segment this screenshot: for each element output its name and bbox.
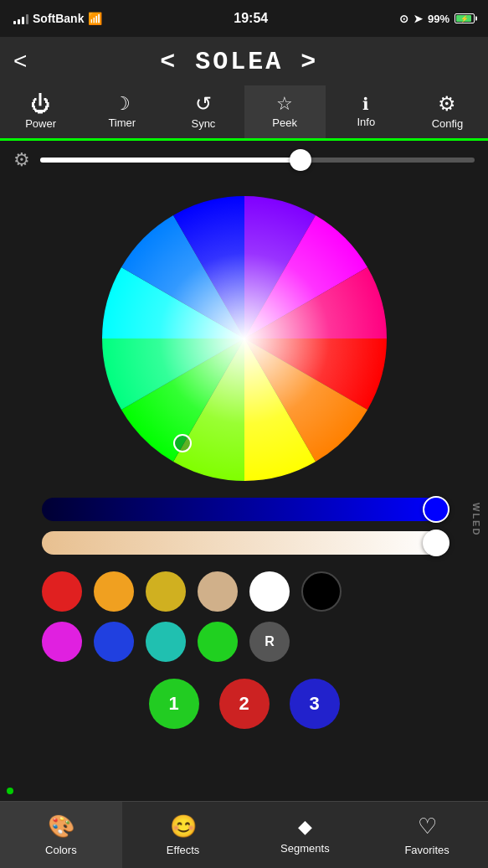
tab-sync-label: Sync (191, 117, 215, 130)
color-wheel-svg[interactable] (102, 196, 387, 481)
wled-label: WLED (471, 503, 481, 536)
timer-icon: ☽ (114, 95, 131, 113)
tab-peek-label: Peek (272, 116, 297, 129)
brightness-slider[interactable] (40, 158, 475, 163)
blue-slider-thumb[interactable] (423, 496, 449, 523)
status-right: ⊙ ➤ 99% ⚡ (399, 13, 475, 25)
brightness-row: ⚙ (0, 141, 488, 179)
tab-config[interactable]: ⚙ Config (407, 85, 488, 138)
bottom-nav: 🎨 Colors 😊 Effects ◆ Segments ♡ Favorite… (0, 801, 488, 868)
info-icon: ℹ (362, 96, 369, 112)
tab-config-label: Config (432, 117, 464, 130)
segments-icon: ◆ (298, 816, 312, 838)
back-button[interactable]: < (13, 49, 27, 73)
tab-timer-label: Timer (108, 116, 136, 129)
swatch-row-2: R (42, 622, 446, 662)
nav-tabs: ⏻ Power ☽ Timer ↺ Sync ☆ Peek ℹ Info ⚙ C… (0, 85, 488, 141)
favorites-label: Favorites (404, 844, 449, 856)
swatch-yellow[interactable] (146, 571, 186, 612)
color-button-2[interactable]: 2 (219, 679, 270, 729)
colors-label: Colors (45, 844, 77, 856)
app-header: < < SOLEA > (0, 37, 488, 85)
sync-icon: ↺ (195, 94, 212, 114)
battery-bolt-icon: ⚡ (460, 15, 469, 23)
carrier-label: SoftBank (33, 12, 84, 25)
swatch-teal[interactable] (146, 622, 186, 662)
color-picker-cursor[interactable] (173, 434, 192, 452)
swatch-white[interactable] (249, 571, 290, 612)
brightness-thumb[interactable] (290, 149, 311, 171)
swatches-section: R (0, 563, 488, 670)
status-left: SoftBank 📶 (13, 12, 102, 25)
swatch-blue[interactable] (94, 622, 134, 662)
tab-info[interactable]: ℹ Info (326, 85, 407, 138)
color-button-1[interactable]: 1 (149, 679, 199, 729)
white-slider[interactable] (42, 531, 446, 555)
favorites-icon: ♡ (418, 814, 437, 840)
battery-indicator: ⚡ (455, 13, 475, 23)
swatch-red[interactable] (42, 571, 82, 612)
battery-percent: 99% (428, 13, 449, 25)
signal-icon (13, 13, 28, 24)
tab-sync[interactable]: ↺ Sync (162, 85, 244, 138)
swatch-green[interactable] (198, 622, 238, 662)
color-button-3[interactable]: 3 (290, 679, 340, 729)
swatch-reset[interactable]: R (249, 622, 290, 662)
app-logo: < SOLEA > (37, 46, 441, 77)
swatch-black[interactable] (301, 571, 342, 612)
bottom-nav-effects[interactable]: 😊 Effects (122, 802, 244, 868)
status-bar: SoftBank 📶 19:54 ⊙ ➤ 99% ⚡ (0, 0, 488, 37)
config-icon: ⚙ (438, 94, 456, 114)
tab-timer[interactable]: ☽ Timer (81, 85, 162, 138)
brightness-icon: ⚙ (13, 149, 30, 171)
effects-icon: 😊 (170, 814, 197, 840)
colors-icon: 🎨 (48, 814, 74, 840)
swatch-magenta[interactable] (42, 622, 82, 662)
status-dot (7, 788, 13, 794)
color-buttons-row: 1 2 3 (0, 670, 488, 742)
peek-icon: ☆ (276, 95, 293, 113)
power-icon: ⏻ (31, 94, 51, 114)
swatch-row-1 (42, 571, 446, 612)
bottom-nav-colors[interactable]: 🎨 Colors (0, 802, 122, 868)
effects-label: Effects (167, 844, 200, 856)
segments-label: Segments (280, 842, 330, 855)
tab-peek[interactable]: ☆ Peek (244, 85, 326, 138)
location-icon: ⊙ (399, 13, 408, 25)
swatch-orange[interactable] (94, 571, 134, 612)
nav-icon: ➤ (414, 13, 423, 25)
bottom-nav-segments[interactable]: ◆ Segments (244, 802, 367, 868)
color-wheel-wrapper[interactable] (102, 196, 387, 481)
tab-power-label: Power (25, 117, 56, 130)
blue-slider[interactable] (42, 498, 446, 521)
svg-point-1 (102, 196, 387, 481)
tab-power[interactable]: ⏻ Power (0, 85, 81, 138)
time-display: 19:54 (234, 11, 268, 26)
bottom-nav-favorites[interactable]: ♡ Favorites (366, 802, 488, 868)
wifi-icon: 📶 (88, 12, 102, 25)
sliders-section (0, 489, 488, 563)
color-wheel-section (0, 179, 488, 489)
swatch-peach[interactable] (198, 571, 238, 612)
tab-info-label: Info (357, 116, 375, 128)
white-slider-thumb[interactable] (423, 530, 449, 556)
